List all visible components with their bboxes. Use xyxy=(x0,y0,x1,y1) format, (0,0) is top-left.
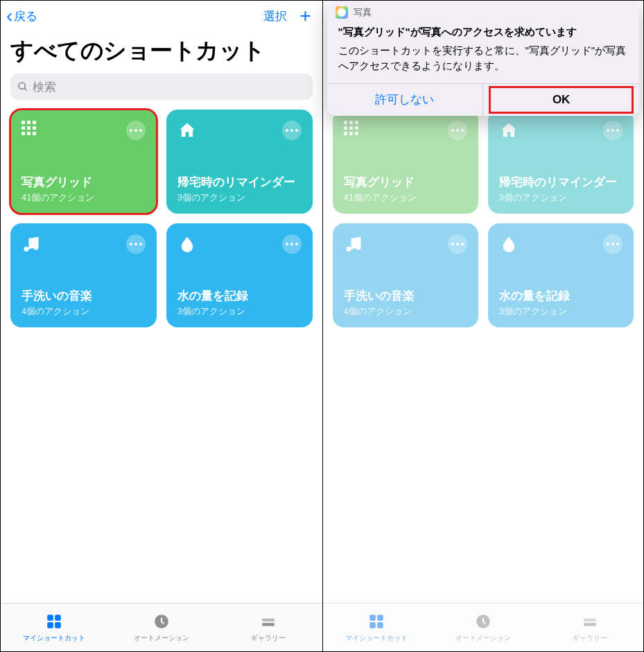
tab-my-shortcuts[interactable]: マイショートカット xyxy=(1,603,108,651)
search-icon xyxy=(17,81,28,92)
chevron-left-icon: ‹ xyxy=(6,6,12,26)
svg-rect-5 xyxy=(55,622,61,628)
select-button[interactable]: 選択 xyxy=(263,8,287,24)
shortcut-card-photo-grid[interactable]: 写真グリッド 41個のアクション xyxy=(10,110,157,214)
music-icon xyxy=(21,234,41,254)
tab-label: オートメーション xyxy=(134,633,189,643)
alert-deny-button[interactable]: 許可しない xyxy=(327,84,483,116)
svg-rect-10 xyxy=(377,615,383,621)
nav-bar: ‹ 戻る 選択 + xyxy=(1,1,322,31)
alert-message: このショートカットを実行すると常に、"写真グリッド"が写真へアクセスできるように… xyxy=(338,43,629,74)
permission-alert: 写真 "写真グリッド"が写真へのアクセスを求めています このショートカットを実行… xyxy=(327,1,640,116)
svg-point-0 xyxy=(19,83,25,89)
shortcut-card-reminder[interactable]: 帰宅時のリマインダー 3個のアクション xyxy=(166,110,313,214)
back-label: 戻る xyxy=(14,8,37,24)
tab-label: マイショートカット xyxy=(23,633,85,643)
svg-line-1 xyxy=(24,88,26,90)
more-icon[interactable] xyxy=(282,121,302,140)
shortcut-name: 水の量を記録 xyxy=(177,289,302,304)
photos-app-icon xyxy=(336,6,348,19)
more-icon[interactable] xyxy=(282,234,302,254)
shortcut-card-music[interactable]: 手洗いの音楽 4個のアクション xyxy=(10,223,157,327)
tab-bar: マイショートカット オートメーション ギャラリー xyxy=(1,603,322,651)
shortcuts-icon xyxy=(45,612,63,630)
back-button[interactable]: ‹ 戻る xyxy=(6,6,37,26)
shortcut-name: 手洗いの音楽 xyxy=(21,289,146,304)
water-drop-icon xyxy=(177,234,197,254)
shortcut-card-water[interactable]: 水の量を記録 3個のアクション xyxy=(166,223,313,327)
shortcut-name: 写真グリッド xyxy=(21,175,146,190)
home-icon xyxy=(177,121,197,140)
shortcut-sub: 41個のアクション xyxy=(21,191,146,204)
shortcut-sub: 3個のアクション xyxy=(177,191,302,204)
tab-gallery[interactable]: ギャラリー xyxy=(215,603,322,651)
svg-rect-2 xyxy=(48,615,54,621)
svg-rect-12 xyxy=(377,622,383,628)
more-icon[interactable] xyxy=(126,234,146,254)
shortcut-sub: 4個のアクション xyxy=(21,305,146,318)
page-title: すべてのショートカット xyxy=(1,31,322,74)
tab-automation[interactable]: オートメーション xyxy=(108,603,216,651)
grid-icon xyxy=(21,121,41,140)
more-icon[interactable] xyxy=(126,121,146,140)
automation-icon xyxy=(153,612,171,630)
search-placeholder: 検索 xyxy=(33,79,56,95)
alert-title: "写真グリッド"が写真へのアクセスを求めています xyxy=(338,24,629,39)
shortcut-name: 帰宅時のリマインダー xyxy=(177,175,302,190)
alert-ok-button[interactable]: OK xyxy=(482,84,639,116)
tab-label: ギャラリー xyxy=(251,633,286,643)
svg-rect-3 xyxy=(55,615,61,621)
search-input[interactable]: 検索 xyxy=(10,74,313,100)
add-button[interactable]: + xyxy=(299,6,311,26)
alert-app-name: 写真 xyxy=(354,6,372,19)
shortcut-sub: 3個のアクション xyxy=(177,305,302,318)
svg-rect-11 xyxy=(369,622,376,628)
svg-rect-4 xyxy=(48,622,54,628)
svg-rect-9 xyxy=(369,615,376,621)
gallery-icon xyxy=(259,612,277,630)
